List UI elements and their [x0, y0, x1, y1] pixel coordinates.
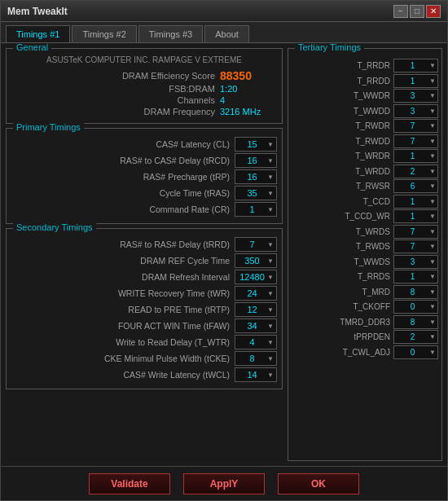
- timing-input-sec-6[interactable]: 4 ▼: [235, 335, 277, 349]
- timing-input-sec-5[interactable]: 34 ▼: [235, 319, 277, 333]
- timing-label: CAS# Write Latency (tWCL): [11, 370, 235, 380]
- tab-timings2[interactable]: Timings #2: [72, 25, 136, 42]
- tertiary-group: Tertiary Timings T_RRDR 1 ▼ T_RRDD 1 ▼ T…: [288, 48, 442, 461]
- timing-input-sec-4[interactable]: 12 ▼: [235, 302, 277, 317]
- timing-label: WRITE Recovery Time (tWR): [11, 288, 235, 298]
- tertiary-input-19[interactable]: 0 ▼: [393, 345, 438, 359]
- tertiary-input-12[interactable]: 7 ▼: [393, 240, 438, 253]
- tertiary-input-8[interactable]: 6 ▼: [393, 179, 438, 193]
- table-row: T_WRDS 7 ▼: [292, 225, 438, 239]
- tertiary-item-label: T_WWDR: [292, 91, 393, 100]
- table-row: READ to PRE Time (tRTP) 12 ▼: [11, 302, 277, 317]
- tertiary-input-2[interactable]: 3 ▼: [393, 89, 438, 103]
- minimize-button[interactable]: −: [393, 5, 408, 18]
- tertiary-input-17[interactable]: 8 ▼: [393, 315, 438, 329]
- dropdown-arrow-icon: ▼: [429, 122, 436, 130]
- tab-bar: Timings #1 Timings #2 Timings #3 About: [1, 22, 447, 43]
- table-row: CAS# Latency (CL) 15 ▼: [11, 137, 277, 152]
- freq-value: 3216 MHz: [220, 107, 277, 116]
- tertiary-item-label: T_RWDD: [292, 137, 393, 146]
- table-row: T_RWDR 7 ▼: [292, 119, 438, 133]
- table-row: T_WRDR 1 ▼: [292, 149, 438, 163]
- table-row: T_RRDS 1 ▼: [292, 270, 438, 283]
- apply-button[interactable]: ApplY: [183, 473, 265, 494]
- timing-input-tras[interactable]: 35 ▼: [235, 186, 277, 200]
- timing-input-cr[interactable]: 1 ▼: [235, 202, 277, 217]
- efficiency-row: DRAM Efficiency Score 88350: [11, 69, 277, 82]
- timing-label: Command Rate (CR): [11, 204, 235, 214]
- timing-input-sec-2[interactable]: 12480 ▼: [235, 270, 277, 284]
- dropdown-arrow-icon: ▼: [429, 138, 436, 145]
- tertiary-input-0[interactable]: 1 ▼: [393, 59, 438, 73]
- tertiary-input-16[interactable]: 0 ▼: [393, 300, 438, 314]
- dropdown-arrow-icon: ▼: [267, 190, 275, 197]
- dropdown-arrow-icon: ▼: [267, 206, 275, 213]
- timing-input-sec-3[interactable]: 24 ▼: [235, 286, 277, 301]
- ok-button[interactable]: OK: [278, 473, 359, 494]
- dropdown-arrow-icon: ▼: [429, 77, 436, 85]
- timing-label: RAS# to RAS# Delay (tRRD): [11, 240, 235, 249]
- fsb-row: FSB:DRAM 1:20: [11, 84, 277, 94]
- timing-input-trcd[interactable]: 16 ▼: [235, 153, 277, 168]
- tab-timings3[interactable]: Timings #3: [138, 25, 203, 42]
- tertiary-item-label: T_WRDR: [292, 152, 393, 160]
- dropdown-arrow-icon: ▼: [429, 108, 436, 115]
- channels-label: Channels: [178, 95, 220, 105]
- tertiary-item-label: T_RWSR: [292, 182, 393, 191]
- dropdown-arrow-icon: ▼: [429, 319, 436, 326]
- tertiary-item-label: T_RRDD: [292, 77, 393, 86]
- dropdown-arrow-icon: ▼: [429, 303, 436, 310]
- table-row: Cycle Time (tRAS) 35 ▼: [11, 186, 277, 200]
- tertiary-input-7[interactable]: 2 ▼: [393, 165, 438, 178]
- tertiary-input-13[interactable]: 3 ▼: [393, 255, 438, 269]
- general-info: DRAM Efficiency Score 88350 FSB:DRAM 1:2…: [11, 69, 277, 116]
- table-row: T_WWDD 3 ▼: [292, 104, 438, 118]
- table-row: TMRD_DDR3 8 ▼: [292, 315, 438, 329]
- efficiency-value: 88350: [220, 69, 277, 82]
- tertiary-item-label: T_WRDS: [292, 227, 393, 236]
- tertiary-input-1[interactable]: 1 ▼: [393, 74, 438, 88]
- dropdown-arrow-icon: ▼: [429, 288, 436, 296]
- tertiary-item-label: TMRD_DDR3: [292, 318, 393, 327]
- timing-input-sec-7[interactable]: 8 ▼: [235, 351, 277, 366]
- tertiary-item-label: T_CWL_ADJ: [292, 348, 393, 357]
- tertiary-input-3[interactable]: 3 ▼: [393, 104, 438, 118]
- tab-timings1[interactable]: Timings #1: [6, 25, 70, 42]
- timing-input-trp[interactable]: 16 ▼: [235, 169, 277, 184]
- dropdown-arrow-icon: ▼: [267, 290, 275, 297]
- tertiary-input-18[interactable]: 2 ▼: [393, 330, 438, 344]
- tertiary-input-14[interactable]: 1 ▼: [393, 270, 438, 283]
- tertiary-input-15[interactable]: 8 ▼: [393, 285, 438, 299]
- table-row: WRITE Recovery Time (tWR) 24 ▼: [11, 286, 277, 301]
- tertiary-input-11[interactable]: 7 ▼: [393, 225, 438, 239]
- dropdown-arrow-icon: ▼: [429, 182, 436, 190]
- validate-button[interactable]: Validate: [89, 473, 170, 494]
- tertiary-input-4[interactable]: 7 ▼: [393, 119, 438, 133]
- tertiary-input-10[interactable]: 1 ▼: [393, 209, 438, 223]
- fsb-value: 1:20: [220, 84, 277, 94]
- table-row: RAS# to RAS# Delay (tRRD) 7 ▼: [11, 237, 277, 252]
- table-row: T_CCD_WR 1 ▼: [292, 209, 438, 223]
- timing-input-sec-0[interactable]: 7 ▼: [235, 237, 277, 252]
- dropdown-arrow-icon: ▼: [429, 349, 436, 356]
- tertiary-input-6[interactable]: 1 ▼: [393, 149, 438, 163]
- tab-about[interactable]: About: [204, 25, 249, 42]
- timing-label: CAS# Latency (CL): [11, 139, 235, 149]
- tertiary-input-5[interactable]: 7 ▼: [393, 134, 438, 148]
- tertiary-item-label: T_RRDS: [292, 272, 393, 281]
- table-row: T_WRDD 2 ▼: [292, 165, 438, 178]
- primary-group: Primary Timings CAS# Latency (CL) 15 ▼ R…: [6, 128, 283, 224]
- table-row: T_CCD 1 ▼: [292, 195, 438, 209]
- tertiary-input-9[interactable]: 1 ▼: [393, 195, 438, 209]
- dropdown-arrow-icon: ▼: [429, 243, 436, 250]
- maximize-button[interactable]: □: [410, 5, 424, 18]
- table-row: FOUR ACT WIN Time (tFAW) 34 ▼: [11, 319, 277, 333]
- secondary-group: Secondary Timings RAS# to RAS# Delay (tR…: [6, 228, 283, 389]
- timing-input-cl[interactable]: 15 ▼: [235, 137, 277, 152]
- dropdown-arrow-icon: ▼: [267, 141, 275, 148]
- timing-input-sec-1[interactable]: 350 ▼: [235, 253, 277, 268]
- timing-input-sec-8[interactable]: 14 ▼: [235, 367, 277, 382]
- close-button[interactable]: ✕: [426, 5, 441, 18]
- dropdown-arrow-icon: ▼: [429, 228, 436, 235]
- table-row: Command Rate (CR) 1 ▼: [11, 202, 277, 217]
